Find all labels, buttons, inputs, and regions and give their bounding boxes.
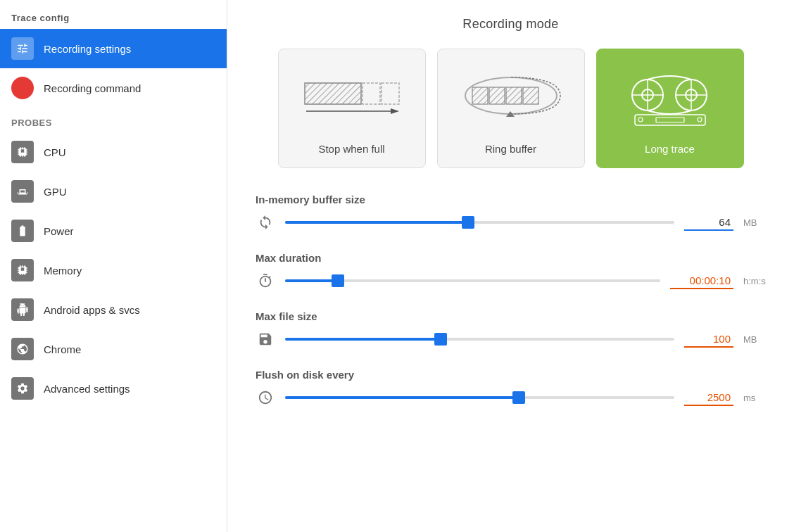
record-icon: [11, 77, 34, 99]
cpu-icon: [11, 141, 34, 163]
mode-card-ring-buffer[interactable]: Ring buffer: [437, 49, 585, 168]
mode-card-stop-when-full-label: Stop when full: [318, 143, 384, 155]
stop-when-full-illustration: [296, 58, 408, 136]
sidebar-item-advanced[interactable]: Advanced settings: [0, 369, 227, 408]
sidebar-item-android[interactable]: Android apps & svcs: [0, 290, 227, 329]
sidebar-item-cpu-label: CPU: [44, 146, 66, 158]
in-memory-buffer-value[interactable]: [684, 215, 733, 231]
probes-section-label: Probes: [0, 108, 227, 132]
sidebar-item-gpu[interactable]: GPU: [0, 172, 227, 211]
clock-icon: [256, 388, 275, 407]
memory-icon: [11, 259, 34, 281]
max-file-size-slider[interactable]: [285, 332, 674, 346]
svg-rect-10: [506, 87, 522, 104]
sidebar-item-android-label: Android apps & svcs: [44, 304, 140, 316]
main-content: Recording mode: [227, 0, 794, 532]
max-duration-control: Max duration h:m:s: [256, 252, 766, 291]
sliders-icon: [11, 37, 34, 60]
sidebar-item-recording-command[interactable]: Recording command: [0, 68, 227, 108]
svg-rect-9: [489, 87, 505, 104]
max-duration-slider[interactable]: [285, 274, 660, 288]
sidebar-item-gpu-label: GPU: [44, 186, 67, 198]
max-file-size-title: Max file size: [256, 310, 766, 322]
svg-rect-8: [472, 87, 488, 104]
sidebar-item-chrome-label: Chrome: [44, 343, 81, 355]
sidebar: Trace config Recording settings Recordin…: [0, 0, 227, 532]
flush-on-disk-unit: ms: [743, 393, 766, 403]
max-file-size-control: Max file size MB: [256, 310, 766, 349]
svg-point-23: [638, 118, 643, 122]
sidebar-item-memory-label: Memory: [44, 265, 82, 277]
buffer-icon: [256, 213, 275, 232]
flush-on-disk-title: Flush on disk every: [256, 369, 766, 381]
recording-mode-title: Recording mode: [256, 17, 766, 32]
ring-buffer-illustration: [455, 58, 567, 136]
sidebar-item-cpu[interactable]: CPU: [0, 132, 227, 172]
gpu-icon: [11, 180, 34, 203]
flush-on-disk-row: ms: [256, 388, 766, 407]
svg-point-24: [698, 118, 702, 122]
svg-rect-1: [305, 83, 361, 104]
mode-card-stop-when-full[interactable]: Stop when full: [278, 49, 426, 168]
long-trace-illustration: [614, 58, 726, 136]
in-memory-buffer-title: In-memory buffer size: [256, 194, 766, 205]
mode-card-long-trace[interactable]: Long trace: [596, 49, 744, 168]
svg-marker-5: [391, 108, 399, 114]
svg-rect-21: [635, 115, 705, 125]
save-icon: [256, 329, 275, 349]
sidebar-item-advanced-label: Advanced settings: [44, 383, 130, 395]
max-duration-row: h:m:s: [256, 271, 766, 291]
android-icon: [11, 298, 34, 321]
sidebar-header: Trace config: [0, 6, 227, 29]
svg-rect-11: [523, 87, 538, 104]
mode-card-long-trace-label: Long trace: [645, 143, 695, 155]
max-file-size-value[interactable]: [684, 331, 733, 348]
power-icon: [11, 220, 34, 242]
gear-icon: [11, 377, 34, 400]
svg-rect-3: [382, 83, 399, 104]
controls-section: In-memory buffer size MB Max: [256, 194, 766, 407]
sidebar-item-memory[interactable]: Memory: [0, 251, 227, 290]
svg-rect-2: [363, 83, 380, 104]
timer-icon: [256, 271, 275, 291]
sidebar-item-recording-command-label: Recording command: [44, 82, 141, 94]
in-memory-buffer-row: MB: [256, 213, 766, 232]
in-memory-buffer-unit: MB: [743, 217, 766, 228]
max-file-size-row: MB: [256, 329, 766, 349]
sidebar-item-recording-settings[interactable]: Recording settings: [0, 29, 227, 68]
sidebar-item-power-label: Power: [44, 225, 74, 237]
svg-rect-22: [656, 118, 684, 122]
in-memory-buffer-control: In-memory buffer size MB: [256, 194, 766, 232]
sidebar-item-recording-settings-label: Recording settings: [44, 43, 131, 55]
chrome-icon: [11, 338, 34, 360]
max-duration-value[interactable]: [670, 273, 733, 289]
in-memory-buffer-slider[interactable]: [285, 215, 674, 229]
flush-on-disk-control: Flush on disk every ms: [256, 369, 766, 407]
flush-on-disk-slider[interactable]: [285, 391, 674, 405]
sidebar-item-power[interactable]: Power: [0, 211, 227, 251]
max-duration-unit: h:m:s: [743, 276, 766, 286]
flush-on-disk-value[interactable]: [684, 390, 733, 406]
mode-card-ring-buffer-label: Ring buffer: [485, 143, 536, 155]
max-file-size-unit: MB: [743, 334, 766, 345]
max-duration-title: Max duration: [256, 252, 766, 264]
recording-modes: Stop when full: [256, 49, 766, 168]
sidebar-item-chrome[interactable]: Chrome: [0, 329, 227, 369]
